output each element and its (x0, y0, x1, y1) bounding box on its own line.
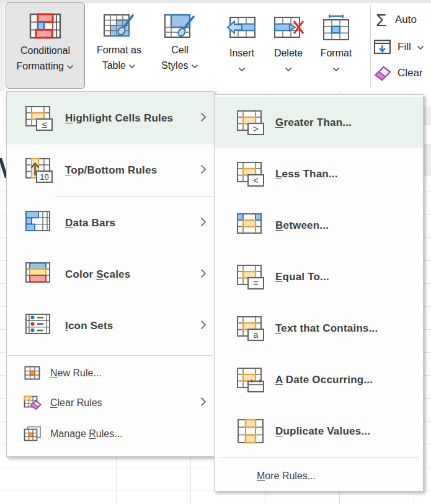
clear-label: Clear (398, 67, 423, 79)
menu-item-label: Between... (275, 219, 329, 232)
autosum-label: Auto (395, 14, 417, 26)
svg-text:10: 10 (40, 172, 48, 182)
delete-cells-icon (272, 12, 304, 43)
menu-item-label: Highlight Cells Rules (65, 112, 173, 125)
menu-item-less-than[interactable]: <Less Than... (215, 148, 423, 200)
format-label: Format (321, 48, 352, 59)
svg-text:Σ: Σ (376, 11, 386, 29)
color-scales-icon (24, 262, 54, 288)
menu-item-more-rules[interactable]: More Rules... (215, 462, 423, 490)
format-as-table-label-line1: Format as (97, 42, 141, 58)
menu-item-label: Equal To... (275, 271, 329, 283)
submenu-arrow-icon (200, 112, 207, 125)
menu-item-equal-to[interactable]: =Equal To... (215, 251, 423, 303)
cell-styles-button[interactable]: CellStyles (154, 2, 206, 89)
duplicate-values-icon (236, 418, 265, 444)
menu-item-clear-rules[interactable]: Clear Rules (7, 388, 214, 418)
menu-item-top-bottom-rules[interactable]: 10Top/Bottom Rules (7, 144, 214, 197)
menu-item-label: A Date Occurring... (275, 374, 373, 386)
conditional-formatting-label-line1: Conditional (20, 43, 70, 58)
worksheet-shaded-row (424, 107, 431, 125)
new-rule-icon (23, 366, 43, 381)
menu-item-label: Less Than... (275, 168, 338, 180)
chevron-down-icon (128, 60, 136, 71)
eraser-icon (373, 64, 392, 82)
between-icon (236, 213, 265, 239)
less-than-icon: < (236, 161, 265, 187)
submenu-arrow-icon (200, 397, 207, 409)
format-button[interactable]: Format (314, 2, 358, 89)
ribbon-left-border (0, 3, 4, 91)
menu-item-label: Top/Bottom Rules (65, 164, 157, 177)
conditional-formatting-menu: ≤Highlight Cells Rules 10Top/Bottom Rule… (6, 91, 215, 457)
menu-separator (8, 355, 213, 356)
chevron-down-icon (66, 61, 74, 71)
clear-rules-icon (23, 396, 43, 410)
submenu-arrow-icon (200, 164, 207, 177)
menu-item-label: Text that Contains... (275, 322, 378, 335)
menu-item-highlight-cells-rules[interactable]: ≤Highlight Cells Rules (7, 92, 214, 144)
insert-cells-icon (226, 12, 257, 43)
icon-sets-icon (24, 313, 54, 339)
delete-label: Delete (274, 48, 303, 59)
menu-item-a-date-occurring[interactable]: A Date Occurring... (215, 354, 423, 405)
conditional-formatting-label-line2: Formatting (17, 58, 74, 74)
menu-item-text-that-contains[interactable]: aText that Contains... (215, 303, 423, 354)
greater-than-icon: > (236, 110, 265, 136)
svg-text:<: < (253, 175, 259, 185)
menu-item-label: Icon Sets (65, 320, 113, 332)
ribbon: ConditionalFormatting Format asTable Cel… (0, 0, 431, 91)
clear-button[interactable]: Clear (373, 63, 423, 84)
ribbon-group-divider (370, 5, 371, 87)
chevron-down-icon (332, 63, 340, 74)
fill-button[interactable]: Fill (373, 37, 424, 58)
chevron-down-icon (238, 63, 246, 74)
menu-item-data-bars[interactable]: Data Bars (7, 197, 214, 249)
menu-item-label: Color Scales (65, 268, 130, 281)
fill-label: Fill (398, 41, 411, 53)
submenu-arrow-icon (200, 217, 207, 229)
delete-button[interactable]: Delete (267, 2, 310, 89)
menu-item-greater-than[interactable]: >Greater Than... (215, 97, 423, 148)
worksheet-shaded-row (424, 144, 431, 175)
submenu-arrow-icon (200, 320, 207, 332)
menu-item-icon-sets[interactable]: Icon Sets (7, 300, 214, 351)
highlight-cells-rules-icon: ≤ (24, 105, 54, 131)
manage-rules-icon (23, 426, 43, 442)
cell-styles-icon (164, 9, 196, 42)
menu-item-new-rule[interactable]: New Rule... (7, 358, 214, 388)
format-as-table-label-line2: Table (102, 58, 136, 73)
svg-text:>: > (253, 123, 259, 134)
insert-label: Insert (229, 48, 254, 59)
menu-item-between[interactable]: Between... (215, 200, 423, 251)
menu-separator (218, 458, 419, 458)
conditional-formatting-button[interactable]: ConditionalFormatting (6, 2, 85, 89)
conditional-formatting-icon (29, 9, 62, 43)
format-as-table-button[interactable]: Format asTable (87, 2, 151, 89)
format-as-table-icon (103, 9, 135, 42)
text-contains-icon: a (236, 316, 265, 342)
menu-item-manage-rules[interactable]: Manage Rules... (7, 418, 214, 450)
insert-button[interactable]: Insert (221, 2, 263, 89)
data-bars-icon (24, 210, 54, 236)
svg-text:a: a (254, 330, 259, 340)
equal-to-icon: = (236, 264, 265, 290)
menu-item-label: More Rules... (257, 471, 316, 482)
format-cells-icon (322, 12, 350, 43)
menu-item-label: Duplicate Values... (275, 425, 370, 438)
svg-text:≤: ≤ (42, 119, 47, 130)
menu-item-duplicate-values[interactable]: Duplicate Values... (215, 405, 423, 457)
autosum-button[interactable]: ΣAuto (373, 9, 417, 30)
fill-down-icon (373, 39, 392, 55)
menu-item-color-scales[interactable]: Color Scales (7, 249, 214, 300)
menu-item-label: Manage Rules... (50, 428, 123, 440)
date-occurring-icon (236, 367, 265, 393)
sigma-icon: Σ (373, 11, 389, 29)
cell-styles-label-line2: Styles (161, 58, 198, 73)
excel-conditional-formatting-ui: M ConditionalFormatting Format asTable C… (0, 0, 431, 504)
highlight-cells-rules-submenu: >Greater Than... <Less Than... Between..… (214, 94, 424, 492)
chevron-down-icon (285, 63, 292, 74)
cell-styles-label-line1: Cell (171, 42, 189, 58)
menu-item-label: New Rule... (50, 368, 102, 379)
chevron-down-icon (191, 60, 198, 71)
